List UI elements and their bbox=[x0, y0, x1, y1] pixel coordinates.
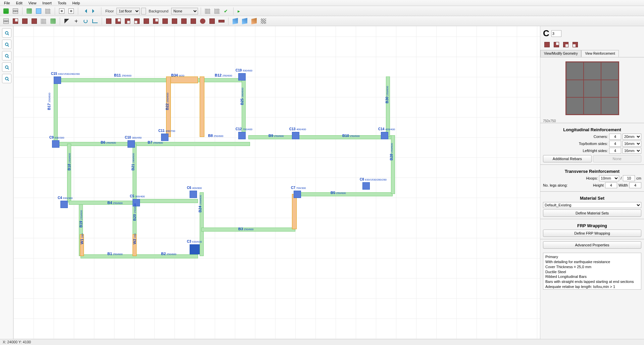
model-button-2[interactable] bbox=[21, 17, 29, 25]
leftright-count[interactable] bbox=[609, 148, 621, 154]
tab-geometry[interactable]: View/Modify Geometry bbox=[540, 50, 581, 57]
menu-tools[interactable]: Tools bbox=[55, 0, 69, 6]
leftright-diameter[interactable]: 16mm bbox=[623, 148, 641, 154]
menu-help[interactable]: Help bbox=[70, 0, 83, 6]
advanced-properties-button[interactable]: Advanced Properties bbox=[543, 241, 641, 249]
background-select[interactable]: None bbox=[171, 8, 198, 14]
rotate-button[interactable] bbox=[82, 17, 90, 25]
material-set-select[interactable]: Default_Existing bbox=[543, 202, 641, 208]
section-custom-button[interactable] bbox=[189, 17, 197, 25]
section-wall-button[interactable] bbox=[217, 17, 226, 25]
section-shape-4[interactable] bbox=[571, 41, 579, 49]
topbottom-diameter[interactable]: 16mm bbox=[623, 141, 641, 147]
wall-segment[interactable] bbox=[67, 144, 71, 202]
wall-segment[interactable] bbox=[69, 201, 136, 205]
move-button[interactable] bbox=[72, 17, 80, 25]
corners-diameter[interactable]: 20mm bbox=[623, 134, 641, 140]
check-button[interactable]: ✔ bbox=[222, 7, 231, 15]
column-C6[interactable] bbox=[190, 191, 197, 198]
column-C10[interactable] bbox=[128, 140, 135, 148]
section-box-button[interactable] bbox=[170, 17, 179, 25]
menu-file[interactable]: File bbox=[1, 0, 13, 6]
wall-segment[interactable] bbox=[242, 75, 246, 135]
grid-button[interactable] bbox=[44, 7, 52, 15]
additional-rebars-button[interactable]: Additional Rebars bbox=[543, 155, 592, 162]
open-button[interactable] bbox=[35, 7, 43, 15]
tab-reinforcement[interactable]: View Reinforcement bbox=[581, 50, 618, 57]
section-rect-button[interactable] bbox=[105, 17, 113, 25]
menu-edit[interactable]: Edit bbox=[13, 0, 25, 6]
section-z-button[interactable] bbox=[161, 17, 169, 25]
preview-button[interactable] bbox=[67, 7, 75, 15]
legs-height[interactable] bbox=[605, 182, 617, 188]
wall-segment[interactable] bbox=[81, 254, 198, 258]
import-dwg-button[interactable]: DWG bbox=[2, 17, 10, 25]
floor-select[interactable]: 1st floor bbox=[116, 8, 140, 14]
corners-count[interactable] bbox=[609, 134, 621, 140]
run-button[interactable]: ▸ bbox=[236, 7, 244, 15]
section-shape-2[interactable] bbox=[552, 41, 560, 49]
wall-segment[interactable] bbox=[54, 80, 58, 144]
new-button[interactable] bbox=[25, 7, 33, 15]
save-button[interactable] bbox=[2, 7, 10, 15]
mirror-button[interactable] bbox=[91, 17, 99, 25]
model-button-5[interactable] bbox=[49, 17, 57, 25]
undo-button[interactable] bbox=[81, 7, 89, 15]
col3d-button[interactable] bbox=[250, 17, 258, 25]
floorplan-canvas[interactable]: C15 630/1530/280/280C9 930/300C4 930/300… bbox=[13, 26, 540, 339]
column-C19[interactable] bbox=[238, 73, 246, 81]
redo-button[interactable] bbox=[90, 7, 98, 15]
section-shape-1[interactable] bbox=[543, 41, 551, 49]
section-t-button[interactable] bbox=[123, 17, 132, 25]
stairs-button[interactable] bbox=[259, 17, 267, 25]
beam3d-button[interactable] bbox=[241, 17, 249, 25]
hoops-spacing[interactable] bbox=[623, 175, 635, 181]
zoom-out-button[interactable] bbox=[2, 40, 11, 49]
menu-insert[interactable]: Insert bbox=[40, 0, 54, 6]
zoom-pan-button[interactable] bbox=[2, 74, 11, 83]
section-circ-button[interactable] bbox=[199, 17, 207, 25]
wall-segment[interactable] bbox=[292, 194, 297, 229]
section-u-button[interactable] bbox=[152, 17, 160, 25]
section-shape-3[interactable] bbox=[562, 41, 570, 49]
column-C8[interactable] bbox=[362, 182, 370, 190]
column-C14[interactable] bbox=[381, 132, 388, 139]
topbottom-count[interactable] bbox=[609, 141, 621, 147]
model-button-4[interactable] bbox=[40, 17, 48, 25]
model-button-3[interactable] bbox=[30, 17, 38, 25]
define-frp-button[interactable]: Define FRP Wrapping bbox=[543, 230, 641, 237]
section-gen-button[interactable] bbox=[208, 17, 216, 25]
hoops-diameter[interactable]: 10mm bbox=[599, 175, 619, 181]
column-C11[interactable] bbox=[161, 134, 168, 141]
column-C9[interactable] bbox=[52, 140, 59, 148]
column-C15[interactable] bbox=[54, 77, 61, 84]
cursor-button[interactable] bbox=[63, 17, 71, 25]
floor-stepper[interactable] bbox=[141, 8, 146, 14]
zoom-extents-button[interactable] bbox=[2, 62, 11, 72]
column-C12[interactable] bbox=[238, 132, 246, 139]
zoom-window-button[interactable] bbox=[2, 51, 11, 60]
column-C3[interactable] bbox=[190, 244, 200, 254]
wall-segment[interactable] bbox=[57, 78, 245, 82]
slab-button[interactable] bbox=[231, 17, 239, 25]
section-i-button[interactable] bbox=[142, 17, 150, 25]
column-C13[interactable] bbox=[292, 132, 299, 139]
dwg-button[interactable]: DWG bbox=[11, 7, 19, 15]
model-button-1[interactable] bbox=[11, 17, 19, 25]
column-C7[interactable] bbox=[294, 191, 301, 198]
define-material-button[interactable]: Define Material Sets bbox=[543, 209, 641, 217]
menu-view[interactable]: View bbox=[26, 0, 39, 6]
column-C4[interactable] bbox=[60, 201, 68, 208]
element-id-input[interactable] bbox=[551, 30, 561, 37]
zoom-in-button[interactable] bbox=[2, 28, 11, 38]
print-button[interactable] bbox=[58, 7, 66, 15]
section-pipe-button[interactable] bbox=[180, 17, 188, 25]
legs-width[interactable] bbox=[629, 182, 641, 188]
snap-grid-button[interactable] bbox=[204, 7, 212, 15]
wall-segment[interactable] bbox=[200, 77, 204, 137]
wall-segment[interactable] bbox=[168, 77, 198, 83]
snap-obj-button[interactable] bbox=[213, 7, 221, 15]
section-c-button[interactable] bbox=[133, 17, 141, 25]
section-l-button[interactable] bbox=[114, 17, 122, 25]
wall-segment[interactable] bbox=[134, 199, 198, 203]
